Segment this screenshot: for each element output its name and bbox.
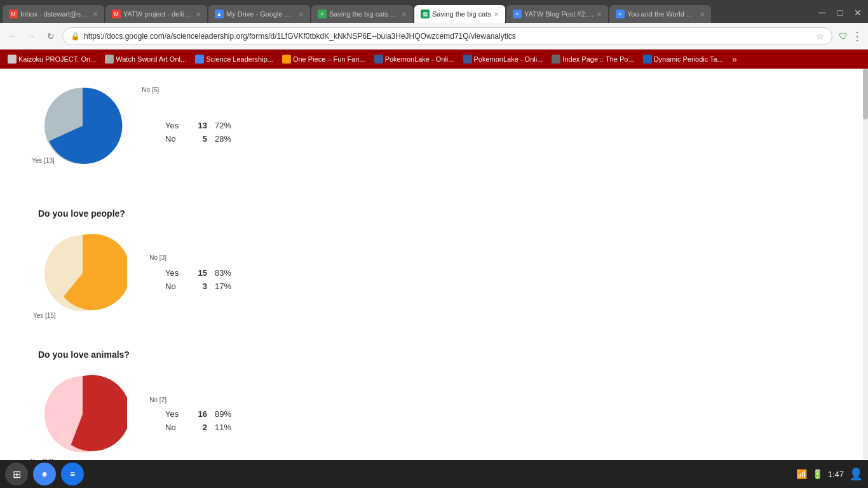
tab-yatw-blog[interactable]: ≡ YATW Blog Post #2: Sa... ✕	[506, 5, 608, 23]
user-icon: 👤	[849, 467, 863, 481]
bookmark-pokemonlake2[interactable]: PokemonLake - Onli...	[461, 53, 546, 65]
tab-saving-cats-form[interactable]: ≡ Saving the big cats - c... ✕	[311, 5, 413, 23]
tab-close-active[interactable]: ✕	[494, 11, 499, 18]
no-label-2: No [2]	[149, 396, 166, 403]
bookmark-icon-periodic	[643, 55, 652, 64]
url-bar[interactable]: 🔒 https://docs.google.com/a/scienceleade…	[62, 27, 832, 45]
bookmark-icon-kaizoku	[8, 55, 17, 64]
question-title-2: Do you love animals?	[38, 349, 830, 360]
url-text: https://docs.google.com/a/scienceleaders…	[84, 32, 812, 41]
bookmark-onepiece[interactable]: One Piece – Fun Fan...	[280, 53, 368, 65]
shield-icon: 🛡	[839, 31, 848, 41]
browser-window: M Inbox - dstewart@sci... ✕ M YATW proje…	[0, 0, 868, 488]
bookmark-sword-art[interactable]: Watch Sword Art Onl...	[102, 53, 189, 65]
question-block-2: Do you love animals? No [2] Yes [16] Yes	[38, 349, 830, 460]
chart-row-0: No [5] Yes [13] Yes 13 72% No 5 28%	[38, 81, 830, 183]
bookmark-icon-science	[195, 55, 204, 64]
tab-close-icon3[interactable]: ✕	[299, 11, 304, 18]
data-row-no-2: No 2 11%	[165, 423, 231, 432]
data-row-yes-0: Yes 13 72%	[165, 121, 231, 130]
no-label-1: No [3]	[149, 254, 166, 261]
tab-drive[interactable]: ▲ My Drive - Google Dri... ✕	[208, 5, 310, 23]
tab-bar: M Inbox - dstewart@sci... ✕ M YATW proje…	[0, 0, 868, 23]
active-tab-label: Saving the big cats	[432, 10, 491, 18]
data-table-0: Yes 13 72% No 5 28%	[165, 121, 231, 144]
bookmark-science[interactable]: Science Leadership...	[193, 53, 276, 65]
data-table-1: Yes 15 83% No 3 17%	[165, 268, 231, 291]
scrollbar-thumb[interactable]	[863, 69, 868, 119]
chart-row-1: No [3] Yes [15] Yes 15 83% No 3 17%	[38, 229, 830, 330]
address-bar: ← → ↻ 🔒 https://docs.google.com/a/scienc…	[0, 23, 868, 50]
question-block-1: Do you love people? No [3] Yes [15] Ye	[38, 208, 830, 330]
data-row-no-0: No 5 28%	[165, 134, 231, 144]
taskbar-grid-button[interactable]: ⊞	[5, 463, 28, 485]
yes-label-0: Yes [13]	[32, 157, 55, 164]
bookmark-icon-onepiece	[282, 55, 291, 64]
pie-chart-2: No [2] Yes [16]	[38, 370, 140, 460]
tab-close-icon[interactable]: ✕	[93, 11, 98, 18]
taskbar-time: 1:47	[828, 470, 844, 479]
back-button[interactable]: ←	[5, 29, 20, 44]
question-block-0: No [5] Yes [13] Yes 13 72% No 5 28%	[38, 81, 830, 183]
window-maximize[interactable]: □	[832, 5, 848, 20]
tab-close-icon6[interactable]: ✕	[597, 11, 602, 18]
window-minimize[interactable]: ─	[815, 5, 830, 20]
taskbar-chrome-button[interactable]: ●	[33, 463, 56, 485]
tab-close-icon7[interactable]: ✕	[700, 11, 705, 18]
yes-label-2: Yes [16]	[31, 458, 53, 460]
tab-yatw-world[interactable]: ≡ You and the World Sh... ✕	[609, 5, 711, 23]
pie-chart-1: No [3] Yes [15]	[38, 229, 140, 330]
forward-button[interactable]: →	[24, 29, 39, 44]
pie-svg-1	[38, 229, 127, 318]
taskbar: ⊞ ● ≡ 📶 🔋 1:47 👤	[0, 460, 868, 488]
bookmarks-bar: Kaizoku PROJECT: On... Watch Sword Art O…	[0, 50, 868, 69]
yes-label-1: Yes [15]	[33, 312, 56, 319]
tab-yatw[interactable]: M YATW project - delling... ✕	[105, 5, 207, 23]
window-close[interactable]: ✕	[850, 5, 865, 20]
scrollbar-track	[863, 69, 868, 459]
bookmark-icon-pokemon1	[374, 55, 383, 64]
grid-icon: ⊞	[13, 468, 21, 480]
bookmark-index[interactable]: Index Page :: The Po...	[549, 53, 636, 65]
data-row-yes-1: Yes 15 83%	[165, 268, 231, 278]
bookmark-icon-index	[552, 55, 560, 64]
battery-icon: 🔋	[812, 469, 823, 479]
pie-svg-2	[38, 370, 127, 459]
taskbar-docs-button[interactable]: ≡	[61, 463, 84, 485]
bookmarks-more-icon[interactable]: »	[732, 54, 737, 64]
chrome-icon: ●	[41, 468, 48, 480]
bookmark-star-icon[interactable]: ☆	[816, 31, 824, 41]
content-area: No [5] Yes [13] Yes 13 72% No 5 28%	[0, 69, 868, 460]
tab-gmail[interactable]: M Inbox - dstewart@sci... ✕	[3, 5, 104, 23]
menu-dots-icon[interactable]: ⋮	[851, 29, 863, 43]
bookmark-icon-pokemon2	[463, 55, 472, 64]
data-row-no-1: No 3 17%	[165, 281, 231, 291]
pie-chart-0: No [5] Yes [13]	[38, 81, 140, 183]
tab-close-icon4[interactable]: ✕	[402, 11, 407, 18]
bookmark-pokemonlake1[interactable]: PokemonLake - Onli...	[372, 53, 457, 65]
wifi-icon: 📶	[796, 469, 807, 479]
reload-button[interactable]: ↻	[43, 29, 58, 44]
chart-row-2: No [2] Yes [16] Yes 16 89% No 2 11%	[38, 370, 830, 460]
bookmark-kaizoku[interactable]: Kaizoku PROJECT: On...	[5, 53, 98, 65]
question-title-1: Do you love people?	[38, 208, 830, 219]
tab-saving-cats-active[interactable]: ▦ Saving the big cats ✕	[414, 5, 505, 23]
data-table-2: Yes 16 89% No 2 11%	[165, 409, 231, 432]
docs-icon: ≡	[70, 469, 75, 479]
tab-close-icon2[interactable]: ✕	[196, 11, 201, 18]
data-row-yes-2: Yes 16 89%	[165, 409, 231, 419]
bookmark-icon-sao	[105, 55, 114, 64]
taskbar-system-icons: 📶 🔋 1:47 👤	[796, 467, 863, 481]
lock-icon: 🔒	[71, 32, 80, 41]
bookmark-periodic[interactable]: Dynamic Periodic Ta...	[641, 53, 726, 65]
no-label-0: No [5]	[142, 86, 159, 93]
